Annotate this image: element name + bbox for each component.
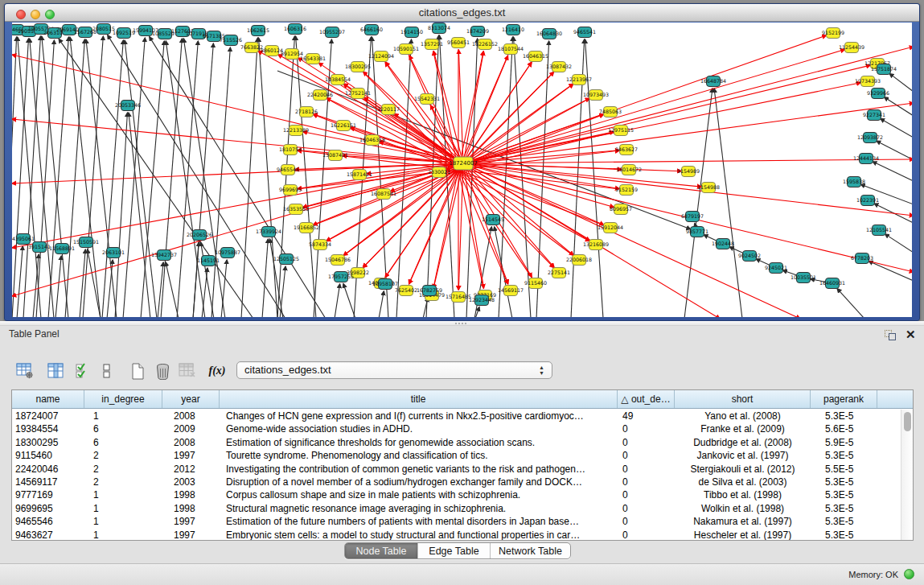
cell-year[interactable]: 1997 — [162, 529, 220, 540]
cell-out_degree[interactable]: 0 — [618, 463, 675, 476]
scrollbar-thumb[interactable] — [904, 412, 911, 431]
new-column-button[interactable] — [127, 360, 148, 382]
cell-out_degree[interactable]: 49 — [618, 410, 675, 422]
table-vertical-scrollbar[interactable] — [901, 410, 913, 540]
table-row[interactable]: 977716911998Corpus callosum shape and si… — [12, 488, 901, 501]
cell-year[interactable]: 2012 — [162, 463, 220, 476]
cell-title[interactable]: Estimation of significance thresholds fo… — [220, 436, 618, 449]
cell-pagerank[interactable]: 5.3E-5 — [811, 449, 877, 462]
table-row[interactable]: 1938455462009Genome-wide association stu… — [12, 422, 901, 435]
cell-pagerank[interactable]: 5.3E-5 — [811, 410, 877, 422]
column-visibility-button[interactable] — [46, 360, 67, 382]
cell-in_degree[interactable]: 1 — [84, 488, 162, 501]
cell-pagerank[interactable]: 5.9E-5 — [811, 436, 877, 449]
column-header-title[interactable]: title — [220, 390, 618, 408]
table-row[interactable]: 946362711997Embryonic stem cells: a mode… — [12, 529, 901, 540]
cell-name[interactable]: 9699695 — [12, 502, 84, 515]
tab-edge-table[interactable]: Edge Table — [417, 543, 490, 558]
cell-in_degree[interactable]: 1 — [84, 515, 162, 528]
cell-pagerank[interactable]: 5.6E-5 — [811, 422, 877, 435]
cell-in_degree[interactable]: 2 — [84, 449, 162, 462]
cell-short[interactable]: Franke et al. (2009) — [675, 422, 811, 435]
tab-node-table[interactable]: Node Table — [345, 543, 417, 558]
table-row[interactable]: 946554611997Estimation of the future num… — [12, 515, 901, 528]
cell-out_degree[interactable]: 0 — [618, 436, 675, 449]
column-header-out_degree[interactable]: △ out_de… — [618, 390, 675, 408]
cell-name[interactable]: 9777169 — [12, 488, 84, 501]
cell-title[interactable]: Genome-wide association studies in ADHD. — [220, 422, 618, 435]
cell-title[interactable]: Tourette syndrome. Phenomenology and cla… — [220, 449, 618, 462]
cell-out_degree[interactable]: 0 — [618, 449, 675, 462]
clear-column-selection-button[interactable] — [97, 360, 117, 382]
cell-out_degree[interactable]: 0 — [618, 502, 675, 515]
cell-year[interactable]: 1998 — [162, 502, 220, 515]
cell-name[interactable]: 22420046 — [12, 463, 84, 476]
cell-out_degree[interactable]: 0 — [618, 422, 675, 435]
network-canvas[interactable]: 1872400716014672915215980969571591204413… — [12, 23, 912, 317]
tab-network-table[interactable]: Network Table — [490, 543, 570, 558]
cell-name[interactable]: 18300295 — [12, 436, 84, 449]
cell-short[interactable]: Nakamura et al. (1997) — [675, 515, 811, 528]
cell-title[interactable]: Disruption of a novel member of a sodium… — [220, 476, 618, 488]
cell-pagerank[interactable]: 5.3E-5 — [811, 502, 877, 515]
table-row[interactable]: 1456911722003Disruption of a novel membe… — [12, 476, 901, 488]
delete-table-button[interactable] — [177, 360, 198, 382]
cell-title[interactable]: Structural magnetic resonance image aver… — [220, 502, 618, 515]
cell-short[interactable]: Tibbo et al. (1998) — [675, 488, 811, 501]
cell-pagerank[interactable]: 5.3E-5 — [811, 476, 877, 488]
float-panel-icon[interactable] — [885, 330, 897, 341]
function-builder-button[interactable]: f(x) — [207, 360, 228, 382]
cell-name[interactable]: 9465546 — [12, 515, 84, 528]
cell-short[interactable]: Stergiakouli et al. (2012) — [675, 463, 811, 476]
cell-pagerank[interactable]: 5.3E-5 — [811, 515, 877, 528]
cell-year[interactable]: 1998 — [162, 488, 220, 501]
table-row[interactable]: 2242004622012Investigating the contribut… — [12, 463, 901, 476]
table-row[interactable]: 911546021997Tourette syndrome. Phenomeno… — [12, 449, 901, 462]
cell-year[interactable]: 2009 — [162, 422, 220, 435]
table-select-dropdown[interactable]: citations_edges.txt ▲▼ — [236, 361, 552, 379]
cell-out_degree[interactable]: 0 — [618, 529, 675, 540]
cell-name[interactable]: 9115460 — [12, 449, 84, 462]
cell-pagerank[interactable]: 5.3E-5 — [811, 488, 877, 501]
table-mode-button[interactable] — [14, 360, 35, 382]
cell-pagerank[interactable]: 5.5E-5 — [811, 463, 877, 476]
cell-out_degree[interactable]: 0 — [618, 488, 675, 501]
cell-title[interactable]: Estimation of the future numbers of pati… — [220, 515, 618, 528]
cell-short[interactable]: Yano et al. (2008) — [675, 410, 811, 422]
cell-name[interactable]: 19384554 — [12, 422, 84, 435]
cell-name[interactable]: 9463627 — [12, 529, 84, 540]
cell-in_degree[interactable]: 1 — [84, 410, 162, 422]
cell-title[interactable]: Embryonic stem cells: a model to study s… — [220, 529, 618, 540]
cell-in_degree[interactable]: 6 — [84, 436, 162, 449]
cell-in_degree[interactable]: 1 — [84, 502, 162, 515]
table-row[interactable]: 1872400712008Changes of HCN gene express… — [12, 410, 901, 422]
cell-short[interactable]: de Silva et al. (2003) — [675, 476, 811, 488]
table-row[interactable]: 969969511998Structural magnetic resonanc… — [12, 502, 901, 515]
cell-in_degree[interactable]: 6 — [84, 422, 162, 435]
cell-year[interactable]: 1997 — [162, 449, 220, 462]
cell-out_degree[interactable]: 0 — [618, 515, 675, 528]
cell-short[interactable]: Dudbridge et al. (2008) — [675, 436, 811, 449]
cell-short[interactable]: Hescheler et al. (1997) — [675, 529, 811, 540]
cell-title[interactable]: Corpus callosum shape and size in male p… — [220, 488, 618, 501]
column-header-name[interactable]: name — [12, 390, 84, 408]
cell-short[interactable]: Jankovic et al. (1997) — [675, 449, 811, 462]
cell-year[interactable]: 2008 — [162, 436, 220, 449]
cell-short[interactable]: Wolkin et al. (1998) — [675, 502, 811, 515]
column-header-pagerank[interactable]: pagerank — [811, 390, 877, 408]
panel-resize-divider[interactable] — [0, 321, 924, 326]
network-window-titlebar[interactable]: citations_edges.txt — [5, 4, 919, 22]
cell-in_degree[interactable]: 1 — [84, 529, 162, 540]
memory-status-indicator[interactable] — [904, 569, 914, 579]
column-header-short[interactable]: short — [675, 390, 811, 408]
cell-in_degree[interactable]: 2 — [84, 463, 162, 476]
select-all-columns-button[interactable] — [72, 360, 93, 382]
cell-in_degree[interactable]: 2 — [84, 476, 162, 488]
column-header-year[interactable]: year — [162, 390, 220, 408]
column-header-in_degree[interactable]: in_degree — [84, 390, 162, 408]
delete-column-button[interactable] — [152, 360, 173, 382]
table-row[interactable]: 1830029562008Estimation of significance … — [12, 436, 901, 449]
cell-title[interactable]: Changes of HCN gene expression and I(f) … — [220, 410, 618, 422]
cell-title[interactable]: Investigating the contribution of common… — [220, 463, 618, 476]
cell-name[interactable]: 18724007 — [12, 410, 84, 422]
